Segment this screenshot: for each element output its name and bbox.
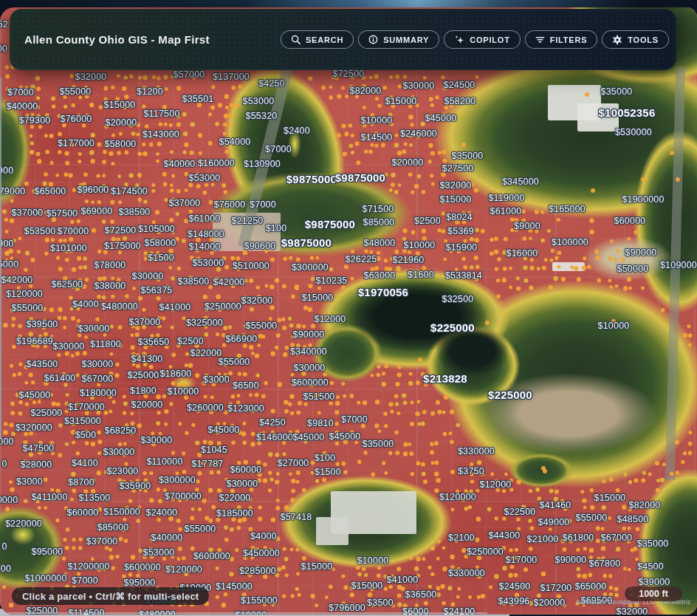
price-label[interactable]: $411000	[31, 492, 67, 502]
price-label[interactable]: $250000	[205, 301, 241, 312]
price-label[interactable]: $123000	[227, 403, 264, 414]
price-label[interactable]: 5000	[0, 165, 13, 176]
price-label[interactable]: $15000	[104, 100, 136, 110]
price-label[interactable]: $58000	[145, 238, 176, 248]
price-label[interactable]: $7000	[7, 87, 34, 97]
price-label[interactable]: $175000	[104, 241, 141, 251]
price-label[interactable]: $95000	[124, 578, 156, 588]
price-label[interactable]: $8024	[446, 212, 473, 222]
price-label[interactable]: 0	[1, 459, 7, 469]
price-label[interactable]: $15000	[594, 493, 626, 503]
price-label[interactable]: $35650	[138, 337, 170, 347]
price-label[interactable]: $65000	[575, 581, 607, 592]
price-label[interactable]: $143000	[143, 129, 179, 140]
price-label[interactable]: $30000	[103, 447, 135, 457]
price-label[interactable]: $796000	[329, 603, 365, 613]
price-label[interactable]: $53000	[189, 173, 221, 183]
price-label[interactable]: $4000	[72, 299, 99, 309]
price-label[interactable]: $225000	[430, 321, 475, 334]
price-label[interactable]: $110000	[146, 456, 182, 467]
price-label[interactable]: 52	[0, 19, 8, 30]
price-label[interactable]: $120000	[439, 492, 476, 502]
price-label[interactable]: $30000	[294, 363, 326, 373]
price-label[interactable]: $57418	[281, 512, 312, 522]
price-label[interactable]: $17787	[192, 459, 224, 469]
price-label[interactable]: $85000	[363, 217, 395, 227]
price-label[interactable]: $3000	[203, 374, 230, 385]
price-label[interactable]: $330000	[448, 568, 485, 578]
price-label[interactable]: $10235	[316, 276, 348, 286]
price-label[interactable]: $35501	[182, 94, 214, 104]
summary-button[interactable]: SUMMARY	[358, 30, 439, 49]
price-label[interactable]: $225000	[488, 389, 532, 401]
price-label[interactable]: $7000	[265, 144, 292, 154]
price-label[interactable]: $27000	[278, 458, 309, 468]
price-label[interactable]: $36500	[405, 589, 437, 600]
price-label[interactable]: $49000	[538, 517, 570, 527]
price-label[interactable]: $4000	[250, 531, 277, 541]
price-label[interactable]: $3750	[458, 466, 484, 476]
price-label[interactable]: $53000	[243, 96, 275, 106]
price-label[interactable]: $40000	[7, 101, 38, 112]
price-label[interactable]: $47500	[23, 443, 55, 454]
price-label[interactable]: $17000	[506, 555, 538, 565]
price-label[interactable]: $90600	[244, 241, 276, 251]
price-label[interactable]: $530000	[615, 127, 652, 137]
price-label[interactable]: $20000	[131, 400, 163, 410]
price-label[interactable]: $40000	[151, 533, 183, 543]
price-label[interactable]: $35000	[452, 151, 484, 161]
price-label[interactable]: $65000	[35, 186, 66, 196]
price-label[interactable]: 0000	[0, 495, 18, 505]
price-label[interactable]: $38500	[178, 276, 210, 287]
price-label[interactable]: 000	[0, 437, 14, 447]
price-label[interactable]: $9000	[514, 221, 540, 231]
price-label[interactable]: 00	[0, 44, 7, 54]
price-label[interactable]: $20000	[392, 157, 424, 168]
copilot-button[interactable]: COPILOT	[444, 30, 521, 49]
price-label[interactable]: $10000	[168, 386, 199, 397]
price-label[interactable]: $100000	[552, 237, 588, 247]
price-label[interactable]: $9875000	[281, 236, 332, 249]
price-label[interactable]: $10000	[361, 115, 393, 126]
price-label[interactable]: $246000	[400, 129, 437, 139]
price-label[interactable]: $2500	[414, 216, 441, 226]
price-label[interactable]: $315000	[64, 416, 101, 426]
price-label[interactable]: $1600	[408, 270, 434, 280]
price-label[interactable]: $22000	[219, 493, 251, 503]
price-label[interactable]: $100	[315, 453, 336, 463]
price-label[interactable]: $3000	[16, 476, 43, 487]
price-label[interactable]: $9875000	[335, 171, 385, 184]
price-label[interactable]: $480000	[101, 301, 138, 312]
price-label[interactable]: $120000	[6, 289, 43, 299]
price-label[interactable]: $38000	[95, 281, 126, 291]
price-label[interactable]: $43996	[498, 596, 530, 606]
price-label[interactable]: $105000	[138, 224, 175, 234]
price-label[interactable]: $53000	[143, 547, 175, 558]
price-label[interactable]: $16000	[507, 248, 538, 259]
price-label[interactable]: $11800	[90, 339, 121, 349]
price-label[interactable]: $117500	[143, 109, 179, 119]
price-label[interactable]: $2400	[284, 126, 310, 136]
price-label[interactable]: $55320	[246, 111, 278, 121]
price-label[interactable]: $145000	[216, 581, 253, 592]
price-label[interactable]: $42000	[1, 275, 33, 285]
price-label[interactable]: $330000	[458, 446, 495, 456]
price-label[interactable]: $67800	[589, 558, 621, 569]
price-label[interactable]: $60000	[614, 216, 646, 226]
price-label[interactable]: 900	[0, 239, 14, 249]
price-label[interactable]: $9810	[307, 418, 334, 428]
price-label[interactable]: $79000	[0, 186, 25, 196]
price-label[interactable]: $37000	[129, 317, 161, 327]
price-label[interactable]: $32000	[75, 72, 107, 82]
price-label[interactable]: $68250	[105, 425, 137, 436]
price-label[interactable]: $25000	[128, 370, 159, 380]
price-label[interactable]: $1200	[137, 86, 163, 97]
price-label[interactable]: $53000	[193, 258, 224, 268]
price-label[interactable]: $82000	[350, 86, 382, 96]
price-label[interactable]: $450000	[243, 548, 280, 558]
price-label[interactable]: $38500	[119, 207, 151, 217]
price-label[interactable]: $109000	[660, 260, 697, 270]
price-label[interactable]: $155000	[241, 595, 278, 606]
price-label[interactable]: $30000	[132, 271, 164, 281]
price-label[interactable]: 5000	[0, 259, 18, 270]
